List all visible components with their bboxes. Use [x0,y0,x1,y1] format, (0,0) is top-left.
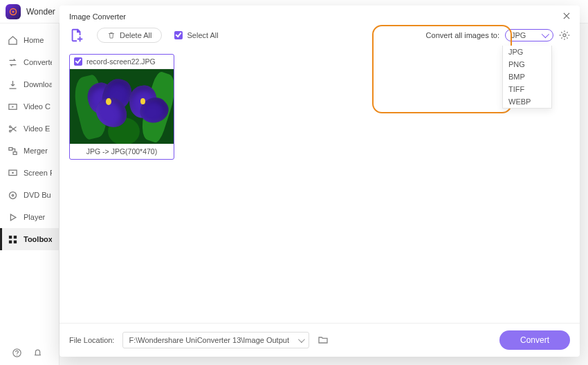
sidebar-item-label: Video C [24,102,50,111]
merge-icon [7,145,18,156]
sidebar-item-label: Converte [24,58,52,66]
format-dropdown: JPG PNG BMP TIFF WEBP [502,46,552,109]
file-caption: JPG -> JPG(700*470) [70,144,174,159]
sidebar-item-home[interactable]: Home [0,29,59,51]
help-icon[interactable] [11,347,22,358]
sidebar-item-player[interactable]: Player [0,206,59,228]
add-file-icon[interactable] [69,28,84,43]
output-path: F:\Wondershare UniConverter 13\Image Out… [129,336,289,344]
svg-rect-12 [8,235,11,238]
close-icon[interactable] [562,11,573,22]
sidebar-item-screen-recorder[interactable]: Screen F [0,162,59,184]
sidebar-item-dvd-burner[interactable]: DVD Bu [0,184,59,206]
trash-icon [107,31,116,39]
svg-point-18 [563,34,566,37]
sidebar-item-label: Video E [24,124,50,133]
status-bar [11,347,43,358]
svg-point-9 [12,171,14,174]
sidebar-item-merger[interactable]: Merger [0,140,59,162]
convert-format-row: Convert all images to: JPG JPG PNG BMP T… [426,29,570,41]
format-option[interactable]: BMP [503,71,551,83]
svg-point-17 [16,355,17,355]
modal-toolbar: Delete All Select All Convert all images… [59,25,580,50]
file-location-label: File Location: [69,336,114,344]
checkbox-checked-icon [174,31,183,39]
sidebar-item-converter[interactable]: Converte [0,51,59,73]
svg-rect-14 [8,240,11,243]
checkbox-checked-icon[interactable] [74,57,82,66]
sidebar-item-label: Home [24,36,44,44]
convert-label: Convert all images to: [426,31,499,39]
format-option[interactable]: WEBP [503,95,551,108]
sidebar-item-downloader[interactable]: Downloa [0,73,59,95]
svg-rect-6 [8,147,12,150]
delete-all-label: Delete All [120,31,151,39]
bell-icon[interactable] [32,347,43,358]
chevron-down-icon [298,336,305,343]
output-path-select[interactable]: F:\Wondershare UniConverter 13\Image Out… [122,332,309,348]
sidebar-item-video-editor[interactable]: Video E [0,118,59,140]
convert-button-label: Convert [520,335,549,345]
file-name: record-screen22.JPG [86,57,156,66]
sidebar-item-label: DVD Bu [24,191,51,199]
convert-icon [7,57,18,68]
sidebar-item-label: Player [24,213,45,221]
folder-icon[interactable] [318,335,329,346]
delete-all-button[interactable]: Delete All [97,28,162,43]
sidebar-item-label: Screen F [24,169,52,177]
file-thumbnail[interactable]: record-screen22.JPG JPG -> JPG(700*470) [69,54,174,160]
svg-point-11 [12,194,14,196]
gear-icon[interactable] [559,30,570,41]
sidebar-item-label: Downloa [24,80,52,88]
svg-rect-7 [13,151,17,154]
chevron-down-icon [542,30,549,38]
svg-point-4 [9,126,11,128]
format-option[interactable]: JPG [503,46,551,58]
svg-point-5 [9,130,11,132]
select-all-checkbox[interactable]: Select All [174,31,218,39]
svg-point-1 [12,10,15,12]
video-compress-icon [7,101,18,112]
toolbox-icon [7,234,18,245]
format-option[interactable]: PNG [503,58,551,71]
select-all-label: Select All [187,31,218,39]
format-select[interactable]: JPG [505,29,553,41]
sidebar-item-toolbox[interactable]: Toolbox [0,228,59,250]
sidebar-item-label: Merger [24,147,48,155]
sidebar: Home Converte Downloa Video C Video E Me… [0,24,59,365]
scissors-icon [7,123,18,134]
svg-rect-13 [13,235,16,238]
download-icon [7,79,18,90]
svg-point-10 [9,191,16,198]
sidebar-item-label: Toolbox [24,235,52,243]
play-icon [7,212,18,223]
svg-rect-15 [13,240,16,243]
home-icon [7,35,18,46]
app-name: Wonder [26,7,55,17]
format-option[interactable]: TIFF [503,83,551,95]
image-converter-modal: Image Converter Delete All Select All Co… [59,6,580,357]
modal-title: Image Converter [69,12,126,21]
sidebar-item-video-compressor[interactable]: Video C [0,95,59,118]
app-logo [6,4,21,19]
format-selected: JPG [511,31,526,39]
disc-icon [7,189,18,200]
screen-record-icon [7,167,18,178]
thumbnail-image [70,69,174,144]
modal-footer: File Location: F:\Wondershare UniConvert… [59,323,580,357]
convert-button[interactable]: Convert [499,330,570,350]
